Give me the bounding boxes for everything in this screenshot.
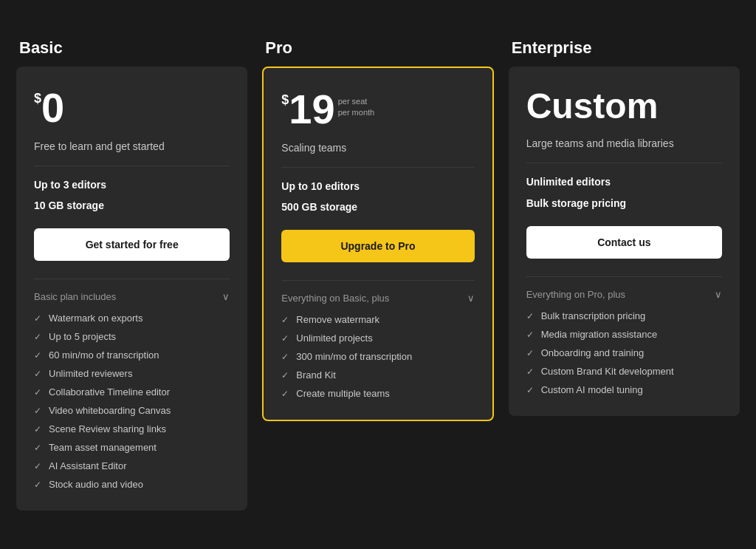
feature-item-text: Unlimited projects	[296, 333, 372, 344]
feature-item-text: Create multiple teams	[296, 388, 389, 399]
features-section-enterprise: Everything on Pro, plus∨✓Bulk transcript…	[526, 276, 722, 395]
feature-item-text: 60 min/mo of transcription	[49, 349, 159, 361]
feature-item-text: 300 min/mo of transcription	[296, 351, 412, 362]
feature-item-text: Remove watermark	[296, 314, 379, 325]
check-icon: ✓	[526, 348, 534, 358]
plan-card-basic: $0Free to learn and get startedUp to 3 e…	[16, 67, 247, 511]
feature-item-text: Stock audio and video	[49, 479, 143, 490]
plan-card-pro: $19per seatper monthScaling teamsUp to 1…	[262, 67, 493, 422]
chevron-down-icon: ∨	[467, 293, 475, 304]
plan-column-pro: Pro$19per seatper monthScaling teamsUp t…	[262, 38, 493, 422]
list-item: ✓Custom AI model tuning	[526, 384, 722, 395]
list-item: ✓Custom Brand Kit development	[526, 366, 722, 377]
price-meta-pro: per seatper month	[338, 96, 375, 119]
feature-line1-basic: Up to 3 editors	[34, 177, 230, 193]
list-item: ✓Video whiteboarding Canvas	[34, 405, 230, 416]
list-item: ✓60 min/mo of transcription	[34, 349, 230, 361]
plan-short-features-enterprise: Unlimited editorsBulk storage pricing	[526, 174, 722, 211]
check-icon: ✓	[34, 369, 41, 379]
features-header-enterprise[interactable]: Everything on Pro, plus∨	[526, 289, 722, 300]
check-icon: ✓	[34, 461, 41, 471]
feature-list-pro: ✓Remove watermark✓Unlimited projects✓300…	[281, 314, 474, 399]
plan-tagline-enterprise: Large teams and media libraries	[526, 137, 722, 149]
check-icon: ✓	[34, 332, 41, 342]
feature-list-basic: ✓Watermark on exports✓Up to 5 projects✓6…	[34, 313, 230, 490]
plan-short-features-pro: Up to 10 editors500 GB storage	[281, 178, 474, 216]
feature-item-text: Unlimited reviewers	[49, 368, 132, 379]
feature-line2-basic: 10 GB storage	[34, 197, 230, 214]
features-heading-text-enterprise: Everything on Pro, plus	[526, 289, 625, 300]
check-icon: ✓	[34, 387, 41, 398]
feature-list-enterprise: ✓Bulk transcription pricing✓Media migrat…	[526, 310, 722, 395]
plan-short-features-basic: Up to 3 editors10 GB storage	[34, 177, 230, 214]
check-icon: ✓	[281, 352, 289, 362]
price-amount-basic: 0	[41, 87, 64, 129]
features-section-basic: Basic plan includes∨✓Watermark on export…	[34, 279, 230, 490]
chevron-down-icon: ∨	[222, 291, 230, 302]
price-amount-pro: 19	[289, 89, 334, 130]
features-heading-text-basic: Basic plan includes	[34, 291, 116, 302]
price-row-enterprise: Custom	[526, 87, 722, 126]
features-section-pro: Everything on Basic, plus∨✓Remove waterm…	[281, 280, 474, 399]
chevron-down-icon: ∨	[715, 289, 722, 300]
check-icon: ✓	[281, 389, 289, 399]
feature-item-text: Team asset management	[49, 442, 157, 453]
feature-item-text: Collaborative Timeline editor	[49, 386, 170, 398]
list-item: ✓Onboarding and training	[526, 347, 722, 358]
plan-title-basic: Basic	[16, 38, 247, 58]
list-item: ✓Up to 5 projects	[34, 331, 230, 342]
list-item: ✓AI Assistant Editor	[34, 460, 230, 471]
list-item: ✓Stock audio and video	[34, 479, 230, 490]
check-icon: ✓	[281, 315, 289, 325]
feature-item-text: Onboarding and training	[541, 347, 645, 358]
check-icon: ✓	[34, 443, 41, 453]
check-icon: ✓	[526, 311, 534, 321]
check-icon: ✓	[34, 350, 41, 361]
feature-line1-pro: Up to 10 editors	[281, 178, 474, 194]
check-icon: ✓	[34, 313, 41, 324]
features-heading-text-pro: Everything on Basic, plus	[281, 293, 389, 304]
cta-button-pro[interactable]: Upgrade to Pro	[281, 230, 474, 262]
cta-button-basic[interactable]: Get started for free	[34, 228, 230, 261]
check-icon: ✓	[34, 424, 41, 434]
price-row-basic: $0	[34, 87, 230, 129]
plan-column-enterprise: EnterpriseCustomLarge teams and media li…	[509, 38, 740, 417]
list-item: ✓Collaborative Timeline editor	[34, 386, 230, 398]
check-icon: ✓	[34, 480, 41, 490]
list-item: ✓Remove watermark	[281, 314, 474, 325]
feature-line1-enterprise: Unlimited editors	[526, 174, 722, 190]
list-item: ✓Watermark on exports	[34, 313, 230, 324]
list-item: ✓Unlimited reviewers	[34, 368, 230, 379]
feature-item-text: Scene Review sharing links	[49, 423, 166, 434]
features-header-pro[interactable]: Everything on Basic, plus∨	[281, 293, 474, 304]
feature-line2-pro: 500 GB storage	[281, 199, 474, 215]
list-item: ✓Unlimited projects	[281, 333, 474, 344]
feature-item-text: Bulk transcription pricing	[541, 310, 646, 321]
plan-column-basic: Basic$0Free to learn and get startedUp t…	[16, 38, 247, 511]
cta-button-enterprise[interactable]: Contact us	[526, 226, 722, 259]
plan-tagline-basic: Free to learn and get started	[34, 140, 230, 152]
price-dollar-basic: $	[34, 92, 41, 105]
pricing-container: Basic$0Free to learn and get startedUp t…	[16, 38, 740, 511]
check-icon: ✓	[34, 406, 41, 416]
list-item: ✓Team asset management	[34, 442, 230, 453]
plan-title-pro: Pro	[262, 38, 493, 58]
check-icon: ✓	[526, 330, 534, 340]
check-icon: ✓	[526, 366, 534, 377]
plan-tagline-pro: Scaling teams	[281, 142, 474, 154]
feature-item-text: AI Assistant Editor	[49, 460, 127, 471]
feature-line2-enterprise: Bulk storage pricing	[526, 195, 722, 211]
feature-item-text: Video whiteboarding Canvas	[49, 405, 171, 416]
features-header-basic[interactable]: Basic plan includes∨	[34, 291, 230, 302]
plan-title-enterprise: Enterprise	[509, 38, 740, 58]
price-custom-enterprise: Custom	[526, 87, 659, 126]
check-icon: ✓	[281, 370, 289, 381]
feature-item-text: Watermark on exports	[49, 313, 142, 324]
price-dollar-pro: $	[281, 93, 289, 106]
check-icon: ✓	[281, 333, 289, 344]
list-item: ✓Media migration assistance	[526, 329, 722, 340]
feature-item-text: Custom Brand Kit development	[541, 366, 674, 377]
list-item: ✓300 min/mo of transcription	[281, 351, 474, 362]
check-icon: ✓	[526, 385, 534, 395]
list-item: ✓Brand Kit	[281, 369, 474, 381]
